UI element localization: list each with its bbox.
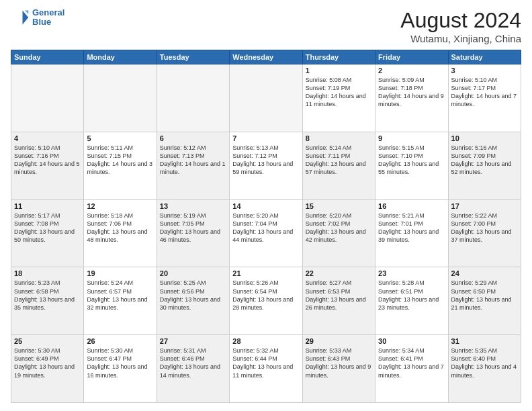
calendar-cell: 9Sunrise: 5:15 AM Sunset: 7:10 PM Daylig… — [375, 132, 448, 199]
week-row-3: 11Sunrise: 5:17 AM Sunset: 7:08 PM Dayli… — [11, 199, 521, 267]
day-info: Sunrise: 5:18 AM Sunset: 7:06 PM Dayligh… — [87, 212, 153, 244]
day-info: Sunrise: 5:30 AM Sunset: 6:49 PM Dayligh… — [14, 347, 81, 379]
day-info: Sunrise: 5:35 AM Sunset: 6:40 PM Dayligh… — [451, 347, 518, 379]
day-info: Sunrise: 5:16 AM Sunset: 7:09 PM Dayligh… — [451, 144, 518, 177]
weekday-sunday: Sunday — [11, 50, 84, 64]
day-number: 2 — [378, 66, 445, 75]
day-info: Sunrise: 5:12 AM Sunset: 7:13 PM Dayligh… — [160, 144, 226, 177]
calendar-cell: 8Sunrise: 5:14 AM Sunset: 7:11 PM Daylig… — [302, 132, 375, 199]
calendar-cell: 25Sunrise: 5:30 AM Sunset: 6:49 PM Dayli… — [11, 335, 84, 403]
day-number: 6 — [160, 134, 226, 142]
day-info: Sunrise: 5:32 AM Sunset: 6:44 PM Dayligh… — [232, 347, 299, 379]
day-info: Sunrise: 5:26 AM Sunset: 6:54 PM Dayligh… — [232, 279, 299, 312]
day-info: Sunrise: 5:11 AM Sunset: 7:15 PM Dayligh… — [87, 144, 153, 177]
logo-icon — [11, 8, 30, 27]
calendar-cell: 28Sunrise: 5:32 AM Sunset: 6:44 PM Dayli… — [230, 335, 302, 403]
page: General Blue August 2024 Wutamu, Xinjian… — [0, 0, 532, 411]
day-number: 18 — [14, 269, 81, 277]
day-info: Sunrise: 5:08 AM Sunset: 7:19 PM Dayligh… — [306, 76, 372, 109]
day-info: Sunrise: 5:21 AM Sunset: 7:01 PM Dayligh… — [378, 212, 445, 244]
day-number: 24 — [451, 269, 518, 277]
calendar-cell: 29Sunrise: 5:33 AM Sunset: 6:43 PM Dayli… — [302, 335, 375, 403]
calendar-cell: 6Sunrise: 5:12 AM Sunset: 7:13 PM Daylig… — [157, 132, 229, 199]
weekday-friday: Friday — [375, 50, 448, 64]
calendar-cell: 22Sunrise: 5:27 AM Sunset: 6:53 PM Dayli… — [302, 267, 375, 335]
day-number: 10 — [451, 134, 518, 142]
weekday-tuesday: Tuesday — [157, 50, 229, 64]
calendar-cell: 3Sunrise: 5:10 AM Sunset: 7:17 PM Daylig… — [448, 64, 521, 132]
day-number: 30 — [378, 337, 445, 345]
day-number: 19 — [87, 269, 153, 277]
day-info: Sunrise: 5:25 AM Sunset: 6:56 PM Dayligh… — [160, 279, 226, 312]
day-number: 9 — [378, 134, 445, 142]
day-number: 1 — [306, 66, 372, 75]
day-number: 5 — [87, 134, 153, 142]
day-info: Sunrise: 5:31 AM Sunset: 6:46 PM Dayligh… — [160, 347, 226, 379]
week-row-2: 4Sunrise: 5:10 AM Sunset: 7:16 PM Daylig… — [11, 132, 521, 199]
calendar-cell: 21Sunrise: 5:26 AM Sunset: 6:54 PM Dayli… — [230, 267, 302, 335]
calendar-cell: 24Sunrise: 5:29 AM Sunset: 6:50 PM Dayli… — [448, 267, 521, 335]
day-number: 21 — [232, 269, 299, 277]
day-number: 23 — [378, 269, 445, 277]
weekday-saturday: Saturday — [448, 50, 521, 64]
logo-text: General Blue — [32, 8, 64, 28]
logo: General Blue — [11, 8, 64, 28]
weekday-thursday: Thursday — [302, 50, 375, 64]
day-info: Sunrise: 5:15 AM Sunset: 7:10 PM Dayligh… — [378, 144, 445, 177]
day-number: 25 — [14, 337, 81, 345]
day-number: 26 — [87, 337, 153, 345]
day-info: Sunrise: 5:13 AM Sunset: 7:12 PM Dayligh… — [232, 144, 299, 177]
day-number: 28 — [232, 337, 299, 345]
location: Wutamu, Xinjiang, China — [400, 33, 521, 44]
day-info: Sunrise: 5:28 AM Sunset: 6:51 PM Dayligh… — [378, 279, 445, 312]
calendar-cell: 7Sunrise: 5:13 AM Sunset: 7:12 PM Daylig… — [230, 132, 302, 199]
month-year: August 2024 — [400, 8, 521, 33]
day-info: Sunrise: 5:33 AM Sunset: 6:43 PM Dayligh… — [306, 347, 372, 379]
day-number: 29 — [306, 337, 372, 345]
calendar-cell: 10Sunrise: 5:16 AM Sunset: 7:09 PM Dayli… — [448, 132, 521, 199]
day-info: Sunrise: 5:10 AM Sunset: 7:16 PM Dayligh… — [14, 144, 81, 177]
logo-line1: General — [32, 7, 64, 17]
calendar-cell: 17Sunrise: 5:22 AM Sunset: 7:00 PM Dayli… — [448, 199, 521, 267]
day-number: 22 — [306, 269, 372, 277]
day-number: 8 — [306, 134, 372, 142]
calendar-cell: 2Sunrise: 5:09 AM Sunset: 7:18 PM Daylig… — [375, 64, 448, 132]
day-number: 4 — [14, 134, 81, 142]
day-info: Sunrise: 5:34 AM Sunset: 6:41 PM Dayligh… — [378, 347, 445, 379]
calendar-cell: 20Sunrise: 5:25 AM Sunset: 6:56 PM Dayli… — [157, 267, 229, 335]
week-row-5: 25Sunrise: 5:30 AM Sunset: 6:49 PM Dayli… — [11, 335, 521, 403]
day-info: Sunrise: 5:10 AM Sunset: 7:17 PM Dayligh… — [451, 76, 518, 109]
week-row-1: 1Sunrise: 5:08 AM Sunset: 7:19 PM Daylig… — [11, 64, 521, 132]
day-number: 11 — [14, 202, 81, 210]
day-info: Sunrise: 5:23 AM Sunset: 6:58 PM Dayligh… — [14, 279, 81, 312]
day-number: 14 — [232, 202, 299, 210]
day-number: 20 — [160, 269, 226, 277]
day-info: Sunrise: 5:29 AM Sunset: 6:50 PM Dayligh… — [451, 279, 518, 312]
weekday-wednesday: Wednesday — [230, 50, 302, 64]
day-info: Sunrise: 5:22 AM Sunset: 7:00 PM Dayligh… — [451, 212, 518, 244]
day-info: Sunrise: 5:20 AM Sunset: 7:04 PM Dayligh… — [232, 212, 299, 244]
day-number: 27 — [160, 337, 226, 345]
day-info: Sunrise: 5:19 AM Sunset: 7:05 PM Dayligh… — [160, 212, 226, 244]
calendar-cell: 26Sunrise: 5:30 AM Sunset: 6:47 PM Dayli… — [84, 335, 157, 403]
day-info: Sunrise: 5:30 AM Sunset: 6:47 PM Dayligh… — [87, 347, 153, 379]
weekday-monday: Monday — [84, 50, 157, 64]
day-info: Sunrise: 5:24 AM Sunset: 6:57 PM Dayligh… — [87, 279, 153, 312]
day-info: Sunrise: 5:17 AM Sunset: 7:08 PM Dayligh… — [14, 212, 81, 244]
calendar-table: SundayMondayTuesdayWednesdayThursdayFrid… — [11, 50, 521, 403]
calendar-cell: 5Sunrise: 5:11 AM Sunset: 7:15 PM Daylig… — [84, 132, 157, 199]
calendar-cell: 18Sunrise: 5:23 AM Sunset: 6:58 PM Dayli… — [11, 267, 84, 335]
logo-line2: Blue — [32, 17, 51, 27]
day-info: Sunrise: 5:27 AM Sunset: 6:53 PM Dayligh… — [306, 279, 372, 312]
day-number: 7 — [232, 134, 299, 142]
day-info: Sunrise: 5:09 AM Sunset: 7:18 PM Dayligh… — [378, 76, 445, 109]
calendar-cell: 19Sunrise: 5:24 AM Sunset: 6:57 PM Dayli… — [84, 267, 157, 335]
day-number: 16 — [378, 202, 445, 210]
calendar-cell: 11Sunrise: 5:17 AM Sunset: 7:08 PM Dayli… — [11, 199, 84, 267]
day-number: 3 — [451, 66, 518, 75]
calendar-cell: 15Sunrise: 5:20 AM Sunset: 7:02 PM Dayli… — [302, 199, 375, 267]
calendar-cell — [84, 64, 157, 132]
day-number: 17 — [451, 202, 518, 210]
calendar-cell: 27Sunrise: 5:31 AM Sunset: 6:46 PM Dayli… — [157, 335, 229, 403]
weekday-header-row: SundayMondayTuesdayWednesdayThursdayFrid… — [11, 50, 521, 64]
